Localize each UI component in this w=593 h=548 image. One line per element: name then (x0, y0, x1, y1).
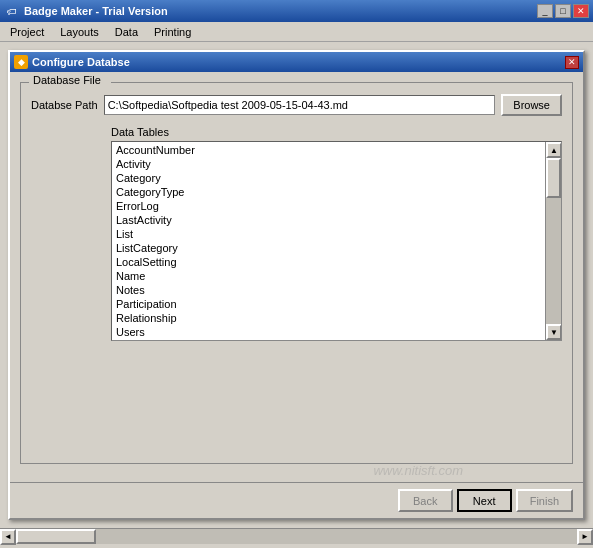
db-path-label: Databse Path (31, 99, 98, 111)
db-path-row: Databse Path Browse (31, 94, 562, 116)
menu-printing[interactable]: Printing (146, 24, 199, 40)
table-list-item[interactable]: AccountNumber (112, 143, 545, 157)
scroll-down-button[interactable]: ▼ (546, 324, 562, 340)
close-button[interactable]: ✕ (573, 4, 589, 18)
app-icon: 🏷 (4, 3, 20, 19)
minimize-button[interactable]: _ (537, 4, 553, 18)
dialog-icon: ◆ (14, 55, 28, 69)
dialog-footer: www.nitisft.com Back Next Finish (10, 482, 583, 518)
table-list-item[interactable]: Name (112, 269, 545, 283)
menu-layouts[interactable]: Layouts (52, 24, 107, 40)
menu-data[interactable]: Data (107, 24, 146, 40)
browse-button[interactable]: Browse (501, 94, 562, 116)
list-scrollbar: ▲ ▼ (545, 142, 561, 340)
group-box-legend: Database File (29, 74, 105, 86)
data-tables-label: Data Tables (111, 126, 562, 138)
data-tables-list[interactable]: AccountNumberActivityCategoryCategoryTyp… (112, 142, 545, 340)
scroll-thumb[interactable] (546, 158, 561, 198)
table-list-item[interactable]: CategoryType (112, 185, 545, 199)
table-list-item[interactable]: Category (112, 171, 545, 185)
scroll-track (546, 158, 561, 324)
table-list-item[interactable]: Users (112, 325, 545, 339)
scroll-up-button[interactable]: ▲ (546, 142, 562, 158)
configure-dialog: ◆ Configure Databse ✕ Database File Data… (8, 50, 585, 520)
db-path-input[interactable] (104, 95, 496, 115)
database-file-group: Database File Databse Path Browse Data T… (20, 82, 573, 464)
title-bar: 🏷 Badge Maker - Trial Version _ □ ✕ (0, 0, 593, 22)
scroll-h-track (16, 529, 577, 544)
scroll-left-button[interactable]: ◄ (0, 529, 16, 545)
table-list-item[interactable]: ErrorLog (112, 199, 545, 213)
finish-button[interactable]: Finish (516, 489, 573, 512)
dialog-title: Configure Databse (32, 56, 565, 68)
table-list-item[interactable]: Relationship (112, 311, 545, 325)
table-list-item[interactable]: LastActivity (112, 213, 545, 227)
dialog-content: Database File Databse Path Browse Data T… (10, 72, 583, 482)
table-list-item[interactable]: Notes (112, 283, 545, 297)
table-list-item[interactable]: LocalSetting (112, 255, 545, 269)
table-list-item[interactable]: Activity (112, 157, 545, 171)
next-button[interactable]: Next (457, 489, 512, 512)
maximize-button[interactable]: □ (555, 4, 571, 18)
table-list-item[interactable]: List (112, 227, 545, 241)
back-button[interactable]: Back (398, 489, 453, 512)
scroll-h-thumb[interactable] (16, 529, 96, 544)
dialog-title-bar: ◆ Configure Databse ✕ (10, 52, 583, 72)
bottom-scrollbar: ◄ ► (0, 528, 593, 544)
dialog-close-button[interactable]: ✕ (565, 56, 579, 69)
table-list-item[interactable]: ListCategory (112, 241, 545, 255)
main-area: ◆ Configure Databse ✕ Database File Data… (0, 42, 593, 528)
table-list-item[interactable]: Participation (112, 297, 545, 311)
title-bar-buttons: _ □ ✕ (537, 4, 589, 18)
data-tables-list-container: AccountNumberActivityCategoryCategoryTyp… (111, 141, 562, 341)
menu-project[interactable]: Project (2, 24, 52, 40)
menu-bar: Project Layouts Data Printing (0, 22, 593, 42)
scroll-right-button[interactable]: ► (577, 529, 593, 545)
app-title: Badge Maker - Trial Version (24, 5, 537, 17)
